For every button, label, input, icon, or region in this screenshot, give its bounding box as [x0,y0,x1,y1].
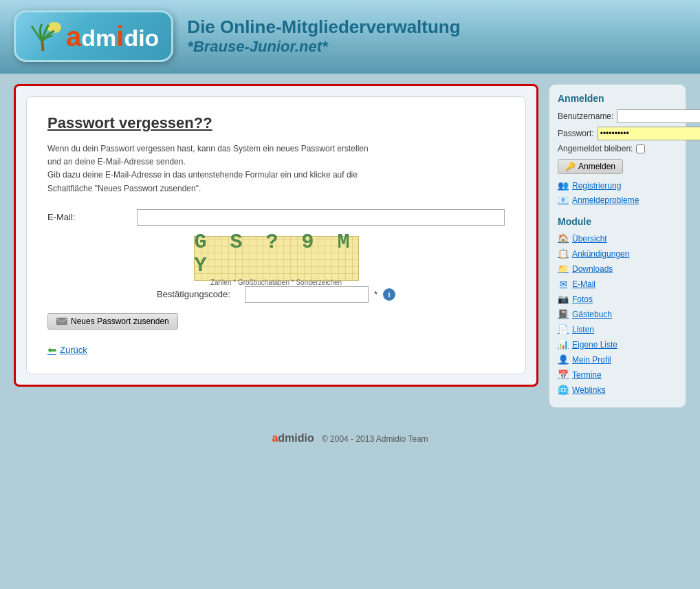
desc-line1: Wenn du dein Passwort vergessen hast, ka… [47,144,369,153]
module-label: Downloads [572,264,613,274]
captcha-input[interactable] [245,286,369,303]
footer: admidio © 2004 - 2013 Admidio Team [0,425,700,451]
remember-checkbox[interactable] [636,144,645,153]
login-title: Anmelden [558,93,677,104]
module-icon: 🌐 [558,385,569,395]
key-icon: 🔑 [565,162,576,171]
back-arrow-icon: ⬅ [47,343,56,356]
info-icon[interactable]: i [383,288,395,301]
captcha-image: G S ? 9 M Y Zahlen * Großbuchataben * So… [194,236,359,281]
module-icon: 👤 [558,354,569,365]
captcha-container: G S ? 9 M Y Zahlen * Großbuchataben * So… [47,236,505,303]
remember-label: Angemeldet bleiben: [558,144,633,153]
module-icon: 📅 [558,370,569,380]
module-icon: 📓 [558,309,569,319]
modules-title: Module [558,216,677,227]
module-label: E-Mail [572,279,595,289]
module-link-downloads[interactable]: 📁Downloads [558,263,677,275]
logo-rest: dm [81,25,116,51]
module-icon: 📋 [558,248,569,259]
register-link[interactable]: 👥 Registrierung [558,180,677,191]
module-link-eigene-liste[interactable]: 📊Eigene Liste [558,339,677,350]
module-label: Gästebuch [572,310,612,319]
problem-icon: 📧 [558,195,569,205]
envelope-icon [56,317,67,325]
confirmation-label: Bestätigungscode: [157,289,239,299]
form-container: Passwort vergessen?? Wenn du dein Passwo… [26,96,526,374]
module-link-listen[interactable]: 📄Listen [558,323,677,335]
svg-rect-1 [56,318,67,325]
module-icon: 📄 [558,324,569,334]
module-link-termine[interactable]: 📅Termine [558,369,677,381]
module-label: Termine [572,370,602,380]
logo-palm-icon [28,21,66,52]
desc-line2: und an deine E-Mail-Adresse senden. [47,157,186,167]
remember-row: Angemeldet bleiben: [558,144,677,153]
username-input[interactable] [617,109,700,123]
logo-box: admidio [14,10,173,62]
header: admidio Die Online-Mitgliederverwaltung … [0,0,700,74]
problem-label: Anmeldeprobleme [572,195,639,205]
desc-line3: Gib dazu deine E-Mail-Adresse in das unt… [47,170,358,180]
footer-a: a [272,432,278,444]
module-link-weblinks[interactable]: 🌐Weblinks [558,384,677,396]
module-link-e-mail[interactable]: ✉E-Mail [558,278,677,290]
module-icon: 📷 [558,294,569,304]
description: Wenn du dein Passwort vergessen hast, ka… [47,142,505,195]
right-panel: Anmelden Benutzername: Passwort: Angemel… [549,84,686,408]
module-label: Eigene Liste [572,340,617,350]
password-label: Passwort: [558,129,594,138]
login-label: Anmelden [578,162,615,171]
module-link-übersicht[interactable]: 🏠Übersicht [558,233,677,244]
module-label: Listen [572,325,594,334]
captcha-hint: Zahlen * Großbuchataben * Sonderzeichen [210,279,342,286]
email-row: E-Mail: [47,209,505,226]
back-label: Zurück [60,345,87,355]
logo-dio: dio [124,25,159,51]
header-title: Die Online-Mitgliederverwaltung [187,17,686,38]
left-panel: Passwort vergessen?? Wenn du dein Passwo… [14,84,538,387]
username-row: Benutzername: [558,109,677,123]
captcha-row: Bestätigungscode: * i [157,286,395,303]
module-icon: 📁 [558,264,569,274]
modules-section: Module 🏠Übersicht📋Ankündigungen📁Download… [558,216,677,396]
module-label: Ankündigungen [572,249,629,259]
login-button[interactable]: 🔑 Anmelden [558,159,623,174]
module-link-fotos[interactable]: 📷Fotos [558,293,677,305]
module-label: Mein Profil [572,355,611,365]
logo-i-letter: i [116,21,124,52]
required-mark: * [374,289,378,299]
module-link-ankündigungen[interactable]: 📋Ankündigungen [558,248,677,259]
email-label: E-Mail: [47,212,130,222]
module-link-mein-profil[interactable]: 👤Mein Profil [558,354,677,365]
module-link-gästebuch[interactable]: 📓Gästebuch [558,308,677,320]
footer-logo: admidio [272,432,317,444]
page-title: Passwort vergessen?? [47,114,505,132]
module-label: Weblinks [572,385,605,395]
submit-label: Neues Passwort zusenden [71,317,169,326]
password-input[interactable] [598,127,700,140]
header-subtitle: *Brause-Junior.net* [187,38,686,56]
module-icon: 🏠 [558,233,569,244]
module-label: Fotos [572,294,593,304]
captcha-text: G S ? 9 M Y [195,231,358,277]
footer-copyright: © 2004 - 2013 Admidio Team [322,434,428,444]
module-icon: ✉ [558,279,569,289]
desc-line4: Schaltfläche "Neues Passwort zusenden". [47,184,201,193]
username-label: Benutzername: [558,111,613,121]
logo-a-letter: a [66,21,81,52]
email-input[interactable] [137,209,505,226]
header-text: Die Online-Mitgliederverwaltung *Brause-… [187,17,686,56]
register-label: Registrierung [572,181,621,191]
footer-rest: dmidio [278,432,314,444]
register-icon: 👥 [558,180,569,191]
password-row: Passwort: [558,127,677,140]
module-label: Übersicht [572,234,607,244]
submit-button[interactable]: Neues Passwort zusenden [47,313,178,330]
back-link[interactable]: ⬅ Zurück [47,343,505,356]
modules-list: 🏠Übersicht📋Ankündigungen📁Downloads✉E-Mai… [558,233,677,396]
main-content: Passwort vergessen?? Wenn du dein Passwo… [0,74,700,418]
login-section: Anmelden Benutzername: Passwort: Angemel… [558,93,677,206]
problem-link[interactable]: 📧 Anmeldeprobleme [558,194,677,206]
module-icon: 📊 [558,339,569,350]
